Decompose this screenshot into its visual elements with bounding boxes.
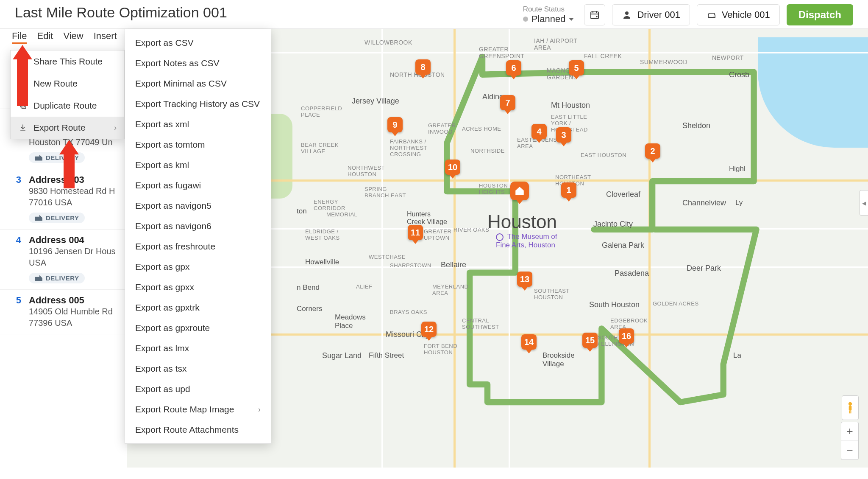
svg-point-7	[712, 17, 714, 18]
export-option[interactable]: Export as navigon6	[125, 216, 271, 236]
menu-edit[interactable]: Edit	[37, 31, 53, 44]
zoom-in-button[interactable]: +	[841, 422, 858, 441]
map-label: Fifth Street	[369, 351, 404, 360]
map-label: GREATERUPTOWN	[424, 228, 451, 241]
route-marker[interactable]: 5	[569, 60, 584, 76]
map-label: NEWPORT	[712, 54, 744, 61]
export-option[interactable]: Export as tsx	[125, 359, 271, 379]
map-label: SPRINGBRANCH EAST	[364, 186, 406, 199]
export-option[interactable]: Export Minimal as CSV	[125, 73, 271, 94]
header-toolbar: Route Status Planned Driver 001 Vehicle …	[523, 4, 853, 25]
delivery-tag: DELIVERY	[29, 273, 85, 283]
export-option[interactable]: Export as gpxtrk	[125, 297, 271, 318]
truck-icon	[35, 275, 42, 281]
map-label: RIVER OAKS	[453, 227, 489, 233]
map-label: Mt Houston	[551, 101, 590, 110]
export-option[interactable]: Export as freshroute	[125, 236, 271, 257]
map-label: GOLDEN ACRES	[653, 300, 699, 307]
export-option[interactable]: Export as tomtom	[125, 134, 271, 155]
vehicle-select[interactable]: Vehicle 001	[697, 4, 780, 25]
city-houston: Houston	[487, 211, 557, 232]
map-label: HOUSTONHEIGHTS	[479, 182, 508, 195]
header: Last Mile Route Optimization 001 Route S…	[0, 0, 868, 29]
export-option[interactable]: Export as xml	[125, 114, 271, 134]
zoom-out-button[interactable]: −	[841, 441, 858, 459]
car-icon	[707, 10, 717, 20]
route-marker[interactable]: 2	[645, 143, 660, 159]
map-label: n Bend	[297, 283, 320, 292]
vehicle-label: Vehicle 001	[722, 9, 770, 20]
annotation-arrow	[13, 45, 32, 106]
truck-icon	[35, 215, 42, 221]
export-option[interactable]: Export as gpxx	[125, 277, 271, 297]
route-marker[interactable]: 12	[421, 322, 437, 337]
map-label: SOUTHEASTHOUSTON	[534, 288, 570, 300]
export-option[interactable]: Export as kml	[125, 155, 271, 175]
export-option[interactable]: Export as gpx	[125, 257, 271, 277]
map-label: SUMMERWOOD	[640, 59, 687, 65]
menu-file[interactable]: File	[12, 31, 27, 44]
route-marker[interactable]: 8	[415, 59, 431, 75]
route-marker[interactable]: 1	[561, 182, 576, 198]
dispatch-button[interactable]: Dispatch	[787, 4, 853, 25]
driver-select[interactable]: Driver 001	[612, 4, 690, 25]
menu-view[interactable]: View	[63, 31, 83, 44]
menu-insert[interactable]: Insert	[94, 31, 117, 44]
route-status[interactable]: Route Status Planned	[523, 5, 574, 25]
map-label: MeadowsPlace	[335, 313, 366, 330]
map-label: Ly	[735, 199, 743, 207]
calendar-icon	[590, 10, 600, 20]
map-label: Corners	[297, 305, 322, 313]
driver-label: Driver 001	[637, 9, 680, 20]
map-label: MEMORIAL	[326, 211, 357, 218]
route-marker[interactable]: 14	[521, 334, 537, 350]
svg-rect-10	[849, 411, 850, 414]
route-marker[interactable]: 6	[506, 60, 521, 76]
map-label: BrooksideVillage	[542, 351, 575, 368]
export-option[interactable]: Export as navigon5	[125, 196, 271, 216]
map-label: South Houston	[589, 300, 640, 309]
poi-museum: The Museum of Fine Arts, Houston	[496, 232, 557, 249]
export-option[interactable]: Export as gpxroute	[125, 318, 271, 338]
map-label: Bellaire	[441, 261, 466, 269]
annotation-arrow	[59, 140, 79, 188]
route-marker[interactable]: 3	[556, 127, 571, 143]
export-option[interactable]: Export as fugawi	[125, 175, 271, 196]
route-marker[interactable]: 4	[531, 124, 547, 139]
map-label: Channelview	[682, 199, 726, 207]
route-marker[interactable]: 15	[582, 333, 598, 348]
zoom-control: + −	[841, 422, 859, 460]
stop-item[interactable]: 4 Address 004 10196 Jensen Dr HousUSA DE…	[0, 230, 127, 290]
calendar-button[interactable]	[584, 4, 605, 25]
streetview-pegman[interactable]	[842, 395, 859, 420]
svg-point-6	[709, 17, 710, 18]
map-label: GREATERINWOOD	[428, 122, 456, 135]
export-option[interactable]: Export as CSV	[125, 33, 271, 53]
map-label: WESTCHASE	[369, 254, 406, 260]
home-marker[interactable]	[510, 182, 529, 200]
export-option[interactable]: Export as lmx	[125, 338, 271, 359]
map-label: ENERGYCORRIDOR	[314, 199, 345, 211]
svg-rect-0	[591, 12, 598, 19]
map-label: Highl	[729, 165, 746, 173]
export-option[interactable]: Export Notes as CSV	[125, 53, 271, 73]
truck-icon	[35, 155, 42, 161]
route-marker[interactable]: 11	[408, 225, 423, 240]
route-marker[interactable]: 7	[500, 95, 515, 110]
export-option[interactable]: Export Route Map Image›	[125, 399, 271, 420]
map-label: WILLOWBROOK	[364, 39, 412, 46]
export-option[interactable]: Export as upd	[125, 379, 271, 399]
export-option[interactable]: Export Tracking History as CSV	[125, 94, 271, 114]
route-marker[interactable]: 10	[445, 160, 460, 175]
map-label: ton	[297, 207, 307, 216]
map-label: FALL CREEK	[584, 53, 622, 59]
menu-item-export[interactable]: Export Route ›	[11, 117, 124, 139]
route-marker[interactable]: 13	[517, 272, 532, 287]
export-option[interactable]: Export Route Attachments	[125, 420, 271, 440]
route-marker[interactable]: 16	[619, 328, 634, 344]
collapse-handle[interactable]: ◂	[860, 190, 868, 216]
route-marker[interactable]: 9	[387, 117, 403, 132]
stop-item[interactable]: 5 Address 005 14905 Old Humble Rd77396 U…	[0, 290, 127, 334]
chevron-down-icon	[569, 18, 574, 21]
status-value: Planned	[531, 14, 566, 25]
